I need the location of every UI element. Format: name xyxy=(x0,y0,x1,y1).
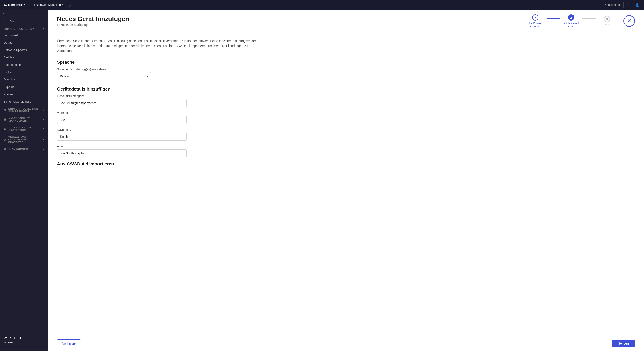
language-select[interactable]: Deutsch English Français Español Italian… xyxy=(57,72,151,80)
language-section-title: Sprache xyxy=(57,60,635,65)
close-icon: ✕ xyxy=(627,18,631,24)
page-titles: Neues Gerät hinzufügen FI NextGen Market… xyxy=(57,16,524,26)
sicherheit-label: Sicherheitsereignisse xyxy=(4,100,31,103)
info-icon[interactable]: i xyxy=(67,3,71,7)
language-select-wrapper: Deutsch English Français Español Italian… xyxy=(57,72,151,80)
verwaltung-icon: ⊕ xyxy=(4,138,6,141)
lastname-input[interactable] xyxy=(57,132,187,140)
collab-chevron-icon: ∨ xyxy=(43,128,45,130)
step-connector-1 xyxy=(546,18,560,19)
verwaltung-label: Verwaltung – Collaboration Protection xyxy=(8,136,41,144)
lastname-form-group: Nachname xyxy=(57,128,187,140)
sidebar-collapse-button[interactable]: ‹ xyxy=(0,10,48,18)
collab-label: COLLABORATION PROTECTION xyxy=(9,126,41,132)
sidebar-section-endpoint: ENDPOINT PROTECTION ∧ xyxy=(0,25,48,32)
content-area: Über diese Seite können Sie eine E-Mail-… xyxy=(48,32,644,336)
page-header: Neues Gerät hinzufügen FI NextGen Market… xyxy=(48,10,644,32)
sidebar-item-abonnements[interactable]: Abonnements xyxy=(0,61,48,68)
page-subtitle: FI NextGen Marketing xyxy=(57,23,524,26)
alias-label: Alias xyxy=(57,145,187,148)
konten-label: Konten xyxy=(4,92,13,96)
sidebar-section-mgmt[interactable]: ⊕ MANAGEMENT ∨ xyxy=(0,146,48,153)
alias-input[interactable] xyxy=(57,149,187,158)
sidebar-item-konten[interactable]: Konten xyxy=(0,90,48,98)
berichte-label: Berichte xyxy=(4,56,14,59)
support-label: Support xyxy=(4,85,14,88)
step-1-label: Ein Produkt auswählen xyxy=(525,22,546,28)
vuln-label: VULNERABILITY MANAGEMENT xyxy=(9,117,41,122)
sidebar-item-software-updates[interactable]: Software-Updates xyxy=(0,46,48,54)
product-name: FI NextGen Marketing xyxy=(32,3,61,6)
topnav-right: Neuigkeiten ? 👤 xyxy=(604,2,640,8)
sidebar-section-verwaltung[interactable]: ⊕ Verwaltung – Collaboration Protection … xyxy=(0,134,48,146)
step-3-label: Fertig xyxy=(604,23,610,26)
vuln-icon: ⊕ xyxy=(4,118,6,121)
wizard-stepper: ✓ Ein Produkt auswählen 2 Installationsl… xyxy=(524,14,618,28)
mgmt-icon: ⊕ xyxy=(4,148,7,151)
sidebar-section-collab[interactable]: ⊕ COLLABORATION PROTECTION ∨ xyxy=(0,124,48,134)
sidebar-section-edr[interactable]: ⊕ ENDPOINT DETECTION AND RESPONSE ∨ xyxy=(0,105,48,115)
abonnements-label: Abonnements xyxy=(4,63,22,66)
step-3: 3 Fertig xyxy=(596,16,618,26)
verwaltung-chevron-icon: ∨ xyxy=(43,138,45,141)
firstname-input[interactable] xyxy=(57,116,187,124)
sidebar-section-vuln[interactable]: ⊕ VULNERABILITY MANAGEMENT ∨ xyxy=(0,115,48,124)
sidebar-item-sicherheitsereignisse[interactable]: Sicherheitsereignisse xyxy=(0,98,48,105)
sidebar-item-profile[interactable]: Profile xyxy=(0,68,48,76)
mgmt-chevron-icon: ∨ xyxy=(43,148,45,150)
vuln-chevron-icon: ∨ xyxy=(43,118,45,121)
email-input[interactable] xyxy=(57,99,187,107)
step-2-circle: 2 xyxy=(568,14,574,20)
language-section: Sprache Sprache für Einladung(en) auswäh… xyxy=(57,60,635,80)
sidebar-item-dashboard[interactable]: Dashboard xyxy=(0,32,48,39)
downloads-label: Downloads xyxy=(4,78,18,81)
step-1-circle: ✓ xyxy=(532,14,538,20)
sidebar-item-geraete[interactable]: Geräte xyxy=(0,39,48,46)
edr-chevron-icon: ∨ xyxy=(43,109,45,111)
alias-form-group: Alias xyxy=(57,145,187,158)
sidebar-item-start[interactable]: ⌂ Start xyxy=(0,18,48,25)
firstname-label: Vorname xyxy=(57,111,187,114)
step-3-circle: 3 xyxy=(604,16,610,22)
sidebar-label-start: Start xyxy=(10,20,16,23)
page-title: Neues Gerät hinzufügen xyxy=(57,16,524,22)
product-chevron-icon: ▾ xyxy=(62,4,63,6)
sidebar-item-support[interactable]: Support xyxy=(0,83,48,90)
geraete-label: Geräte xyxy=(4,41,12,44)
user-icon[interactable]: 👤 xyxy=(634,2,640,8)
step-connector-2 xyxy=(582,18,596,19)
with-secure-logo: W / T Hsecure xyxy=(4,336,44,344)
news-label: Neuigkeiten xyxy=(604,3,620,6)
page-footer: Vorherige Senden xyxy=(48,336,644,351)
sidebar: ‹ ⌂ Start ENDPOINT PROTECTION ∧ Dashboar… xyxy=(0,10,48,351)
software-updates-label: Software-Updates xyxy=(4,48,27,52)
edr-label: ENDPOINT DETECTION AND RESPONSE xyxy=(8,107,41,113)
top-navigation: W/ Elements™ FI NextGen Marketing ▾ i Ne… xyxy=(0,0,644,10)
lastname-label: Nachname xyxy=(57,128,187,131)
sidebar-item-berichte[interactable]: Berichte xyxy=(0,54,48,61)
help-icon[interactable]: ? xyxy=(624,2,630,8)
device-details-section: Gerätedetails hinzufügen E-Mail (Pflicht… xyxy=(57,86,635,158)
edr-icon: ⊕ xyxy=(4,108,6,112)
nav-divider xyxy=(28,3,29,7)
email-form-group: E-Mail (Pflichtangabe) xyxy=(57,94,187,107)
product-selector[interactable]: FI NextGen Marketing ▾ xyxy=(32,3,63,6)
main-content: Neues Gerät hinzufügen FI NextGen Market… xyxy=(48,10,644,351)
close-button[interactable]: ✕ xyxy=(624,15,635,27)
step-2-label: Installationslink senden xyxy=(561,22,581,28)
step-1: ✓ Ein Produkt auswählen xyxy=(524,14,546,28)
csv-section-title: Aus CSV-Datei importieren xyxy=(57,162,635,166)
step-2: 2 Installationslink senden xyxy=(560,14,582,28)
submit-button[interactable]: Senden xyxy=(612,340,635,347)
csv-section: Aus CSV-Datei importieren xyxy=(57,162,635,166)
home-icon: ⌂ xyxy=(4,20,7,23)
sidebar-item-downloads[interactable]: Downloads xyxy=(0,76,48,83)
profile-label: Profile xyxy=(4,70,12,74)
mgmt-label: MANAGEMENT xyxy=(10,148,28,151)
app-logo: W/ Elements™ xyxy=(4,3,25,6)
language-field-label: Sprache für Einladung(en) auswählen. xyxy=(57,68,635,71)
firstname-form-group: Vorname xyxy=(57,111,187,124)
back-button[interactable]: Vorherige xyxy=(57,339,81,348)
section-chevron-icon: ∧ xyxy=(43,28,44,30)
device-section-title: Gerätedetails hinzufügen xyxy=(57,86,635,92)
